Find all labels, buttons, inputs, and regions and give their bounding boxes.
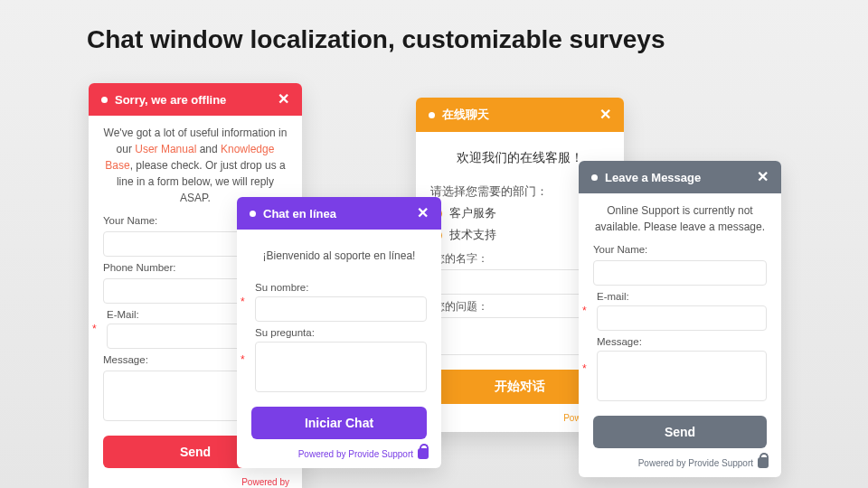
- chat-title: Sorry, we are offline: [115, 93, 226, 107]
- status-dot-icon: [250, 211, 256, 217]
- intro-text: Online Support is currently not availabl…: [593, 202, 767, 235]
- question-textarea[interactable]: [255, 342, 427, 392]
- chat-title: 在线聊天: [442, 107, 489, 123]
- user-manual-link[interactable]: User Manual: [135, 143, 196, 155]
- required-star-icon: *: [582, 362, 590, 375]
- intro-text: ¡Bienvenido al soporte en línea!: [251, 239, 427, 273]
- lock-icon: [758, 457, 769, 468]
- footer: Powered by: [89, 477, 302, 488]
- required-star-icon: *: [92, 323, 99, 335]
- question-label: Su pregunta:: [255, 327, 427, 338]
- radio-label: 客户服务: [449, 205, 496, 221]
- required-star-icon: *: [241, 296, 248, 308]
- status-dot-icon: [591, 174, 598, 181]
- chat-header: 在线聊天 ✕: [416, 98, 624, 132]
- status-dot-icon: [101, 97, 108, 103]
- close-icon[interactable]: ✕: [599, 108, 611, 122]
- chat-header: Sorry, we are offline ✕: [89, 83, 302, 116]
- close-icon[interactable]: ✕: [278, 92, 289, 107]
- chat-window-leave-message: Leave a Message ✕ Online Support is curr…: [579, 161, 781, 477]
- start-chat-button[interactable]: Iniciar Chat: [251, 407, 427, 439]
- intro-text: We've got a lot of useful information in…: [103, 125, 288, 206]
- chat-title: Chat en línea: [263, 207, 336, 221]
- your-name-input[interactable]: [593, 260, 767, 286]
- message-textarea[interactable]: [597, 351, 767, 401]
- close-icon[interactable]: ✕: [417, 206, 429, 221]
- email-label: E-mail:: [597, 291, 767, 302]
- name-label: Su nombre:: [255, 282, 427, 293]
- close-icon[interactable]: ✕: [757, 170, 769, 184]
- send-button[interactable]: Send: [593, 416, 767, 448]
- email-input[interactable]: [597, 305, 767, 331]
- lock-icon: [418, 448, 429, 459]
- chat-window-online-es: Chat en línea ✕ ¡Bienvenido al soporte e…: [237, 197, 441, 468]
- your-name-label: Your Name:: [593, 244, 767, 255]
- footer: Powered by Provide Support: [579, 457, 781, 477]
- status-dot-icon: [429, 112, 435, 118]
- page-title: Chat window localization, customizable s…: [87, 25, 665, 54]
- required-star-icon: *: [241, 353, 248, 366]
- footer: Powered by Provide Support: [237, 448, 441, 468]
- chat-header: Leave a Message ✕: [579, 161, 781, 193]
- chat-header: Chat en línea ✕: [237, 197, 441, 230]
- radio-label: 技术支持: [449, 227, 496, 243]
- required-star-icon: *: [582, 305, 590, 317]
- name-input[interactable]: [255, 296, 427, 322]
- chat-title: Leave a Message: [605, 171, 701, 184]
- message-label: Message:: [597, 336, 767, 347]
